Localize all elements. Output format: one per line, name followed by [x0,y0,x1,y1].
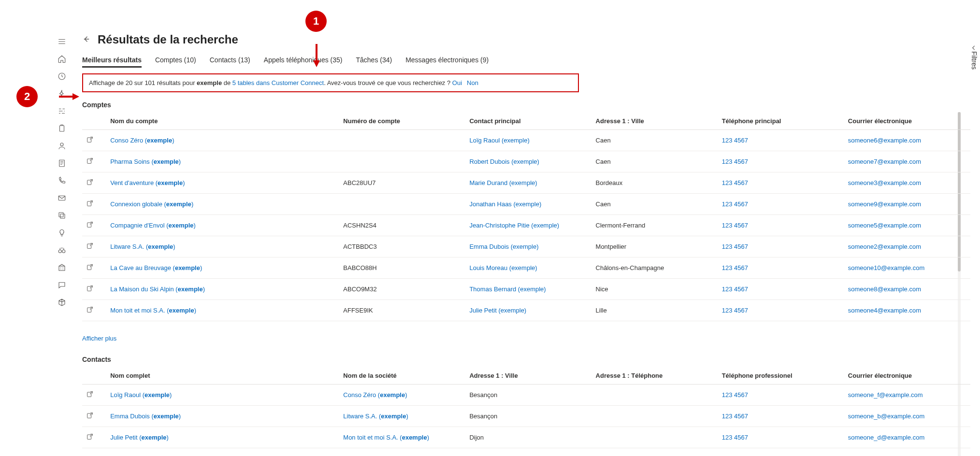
contact-name-link[interactable]: Loïg Raoul (exemple) [110,391,172,399]
phone-link[interactable]: 123 4567 [722,179,748,186]
nav-phone-icon[interactable] [54,172,70,189]
col-header[interactable]: Courrier électronique [844,113,970,130]
feedback-tables-link[interactable]: 5 tables dans Customer Connect [232,79,324,86]
table-row[interactable]: La Maison du Ski Alpin (exemple)ABCO9M32… [82,279,970,300]
phone-link[interactable]: 123 4567 [722,434,748,441]
email-link[interactable]: someone7@example.com [848,158,921,165]
col-header[interactable]: Adresse 1 : Téléphone [592,367,718,385]
email-link[interactable]: someone9@example.com [848,200,921,208]
account-name-link[interactable]: Mon toit et moi S.A. (exemple) [110,307,196,314]
table-row[interactable]: Pharma Soins (exemple)Robert Dubois (exe… [82,151,970,172]
phone-link[interactable]: 123 4567 [722,222,748,229]
show-more-link[interactable]: Afficher plus [82,335,970,342]
table-row[interactable]: Conso Zéro (exemple)Loïg Raoul (exemple)… [82,130,970,151]
open-record-icon[interactable] [86,223,94,230]
email-link[interactable]: someone4@example.com [848,307,921,314]
tab-2[interactable]: Contacts (13) [210,56,250,68]
col-header[interactable]: Téléphone principal [718,113,844,130]
contact-link[interactable]: Marie Durand (exemple) [469,179,537,186]
email-link[interactable]: someone5@example.com [848,222,921,229]
table-row[interactable]: Emma Dubois (exemple)Litware S.A. (exemp… [82,406,970,427]
open-record-icon[interactable] [86,413,94,421]
email-link[interactable]: someone6@example.com [848,137,921,144]
table-row[interactable]: La Cave au Breuvage (exemple)BABCO88HLou… [82,257,970,279]
nav-copy-icon[interactable] [54,207,70,224]
phone-link[interactable]: 123 4567 [722,264,748,271]
contact-link[interactable]: Louis Moreau (exemple) [469,264,537,271]
nav-notes-icon[interactable] [54,155,70,172]
col-header[interactable]: Nom du compte [106,113,339,130]
tab-5[interactable]: Messages électroniques (9) [405,56,489,68]
account-name-link[interactable]: La Cave au Breuvage (exemple) [110,264,202,271]
col-header[interactable]: Courrier électronique [844,367,970,385]
tab-4[interactable]: Tâches (34) [356,56,392,68]
feedback-no-link[interactable]: Non [467,79,478,86]
nav-clipboard-icon[interactable] [54,120,70,137]
email-link[interactable]: someone_f@example.com [848,391,923,399]
email-link[interactable]: someone_d@example.com [848,434,924,441]
col-header[interactable]: Contact principal [465,113,591,130]
col-header[interactable]: Adresse 1 : Ville [592,113,718,130]
account-name-link[interactable]: Conso Zéro (exemple) [110,137,174,144]
open-record-icon[interactable] [86,180,94,187]
account-name-link[interactable]: Litware S.A. (exemple) [110,243,175,250]
open-record-icon[interactable] [86,201,94,209]
nav-person-icon[interactable] [54,137,70,155]
table-row[interactable]: Julie Petit (exemple)Mon toit et moi S.A… [82,427,970,448]
open-record-icon[interactable] [86,244,94,251]
email-link[interactable]: someone3@example.com [848,179,921,186]
open-record-icon[interactable] [86,308,94,315]
phone-link[interactable]: 123 4567 [722,243,748,250]
contact-name-link[interactable]: Emma Dubois (exemple) [110,413,181,420]
contact-link[interactable]: Robert Dubois (exemple) [469,158,539,165]
contact-link[interactable]: Jean-Christophe Pitie (exemple) [469,222,559,229]
nav-menu-icon[interactable] [54,33,70,50]
feedback-yes-link[interactable]: Oui [452,79,462,86]
table-row[interactable]: Vent d'aventure (exemple)ABC28UU7Marie D… [82,172,970,194]
contact-link[interactable]: Loïg Raoul (exemple) [469,137,529,144]
open-record-icon[interactable] [86,392,94,399]
table-row[interactable]: Compagnie d'Envol (exemple)ACSHN2S4Jean-… [82,215,970,236]
nav-cube-icon[interactable] [54,294,70,311]
open-record-icon[interactable] [86,435,94,442]
account-name-link[interactable]: Vent d'aventure (exemple) [110,179,185,186]
table-row[interactable]: Mon toit et moi S.A. (exemple)AFFSE9IKJu… [82,300,970,321]
company-link[interactable]: Litware S.A. (exemple) [343,413,408,420]
tab-0[interactable]: Meilleurs résultats [82,56,142,68]
nav-chat-icon[interactable] [54,276,70,294]
nav-binoculars-icon[interactable] [54,242,70,259]
open-record-icon[interactable] [86,265,94,272]
open-record-icon[interactable] [86,138,94,145]
back-arrow-icon[interactable] [82,35,91,45]
phone-link[interactable]: 123 4567 [722,285,748,293]
account-name-link[interactable]: Pharma Soins (exemple) [110,158,181,165]
phone-link[interactable]: 123 4567 [722,137,748,144]
nav-building-icon[interactable] [54,259,70,276]
col-header[interactable]: Téléphone professionel [718,367,844,385]
nav-recent-icon[interactable] [54,68,70,85]
contact-name-link[interactable]: Julie Petit (exemple) [110,434,169,441]
col-header[interactable]: Numéro de compte [339,113,465,130]
contact-link[interactable]: Julie Petit (exemple) [469,307,526,314]
table-row[interactable]: Loïg Raoul (exemple)Conso Zéro (exemple)… [82,385,970,406]
table-row[interactable]: Litware S.A. (exemple)ACTBBDC3Emma Duboi… [82,236,970,257]
account-name-link[interactable]: La Maison du Ski Alpin (exemple) [110,285,205,293]
tab-1[interactable]: Comptes (10) [155,56,196,68]
phone-link[interactable]: 123 4567 [722,200,748,208]
account-name-link[interactable]: Connexion globale (exemple) [110,200,193,208]
account-name-link[interactable]: Compagnie d'Envol (exemple) [110,222,196,229]
company-link[interactable]: Conso Zéro (exemple) [343,391,407,399]
nav-mail-icon[interactable] [54,189,70,207]
nav-home-icon[interactable] [54,50,70,68]
open-record-icon[interactable] [86,286,94,294]
nav-settings-icon[interactable] [54,102,70,120]
phone-link[interactable]: 123 4567 [722,391,748,399]
nav-lightbulb-icon[interactable] [54,224,70,242]
contact-link[interactable]: Emma Dubois (exemple) [469,243,538,250]
col-header[interactable]: Nom de la société [339,367,465,385]
email-link[interactable]: someone10@example.com [848,264,924,271]
contact-link[interactable]: Thomas Bernard (exemple) [469,285,546,293]
phone-link[interactable]: 123 4567 [722,307,748,314]
open-record-icon[interactable] [86,159,94,166]
tab-3[interactable]: Appels téléphoniques (35) [264,56,343,68]
